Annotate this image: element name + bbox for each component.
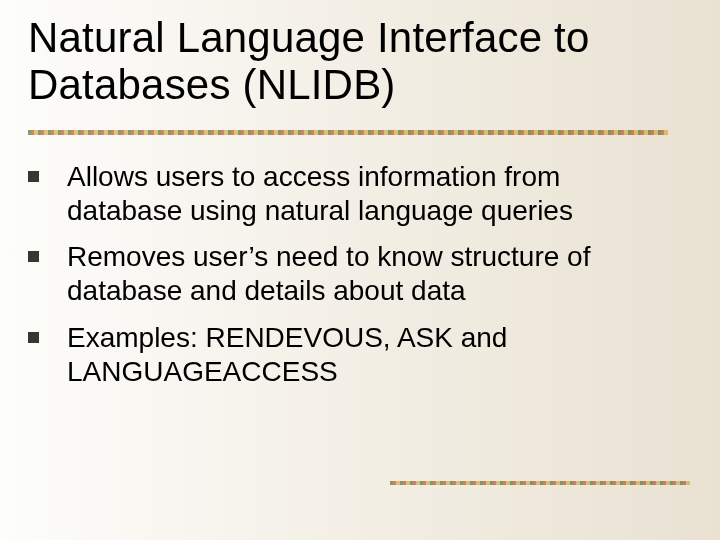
bullet-icon	[28, 251, 39, 262]
content-area: Allows users to access information from …	[28, 160, 680, 401]
bullet-text: Allows users to access information from …	[67, 160, 680, 228]
bullet-icon	[28, 171, 39, 182]
bullet-text: Examples: RENDEVOUS, ASK and LANGUAGEACC…	[67, 321, 680, 389]
divider-top	[28, 130, 668, 135]
bullet-icon	[28, 332, 39, 343]
list-item: Examples: RENDEVOUS, ASK and LANGUAGEACC…	[28, 321, 680, 389]
bullet-list: Allows users to access information from …	[28, 160, 680, 389]
slide-title: Natural Language Interface to Databases …	[28, 14, 690, 108]
list-item: Allows users to access information from …	[28, 160, 680, 228]
bullet-text: Removes user’s need to know structure of…	[67, 240, 680, 308]
list-item: Removes user’s need to know structure of…	[28, 240, 680, 308]
divider-bottom	[390, 481, 690, 485]
slide: Natural Language Interface to Databases …	[0, 0, 720, 540]
